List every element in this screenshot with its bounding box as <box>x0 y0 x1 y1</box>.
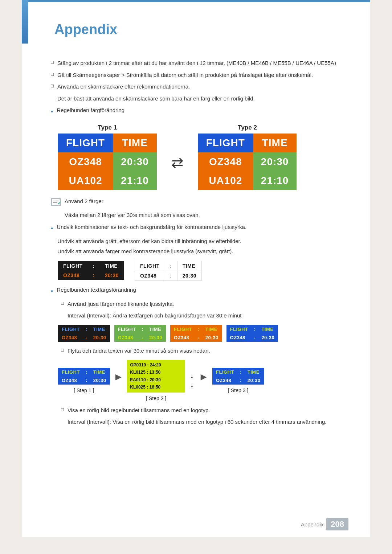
bullet-square-icon <box>51 61 54 64</box>
cv4-r1: FLIGHT : TIME <box>226 325 278 333</box>
type2-flight-header: FLIGHT <box>198 134 253 152</box>
step1-label: [ Step 1 ] <box>74 387 94 393</box>
bullet-item-4: • Regelbunden färgförändring <box>51 106 348 117</box>
step2-line2: KL0125 : 13:50 <box>130 370 160 375</box>
bullet-item-3: Använda en skärmsläckare efter rekommend… <box>51 83 348 91</box>
step1-c2: : <box>83 376 90 385</box>
step1-time: TIME <box>90 368 110 376</box>
type2-row1: FLIGHT TIME <box>198 134 297 152</box>
step1-c1: : <box>83 368 90 376</box>
bullet-square-sub6b <box>61 349 64 352</box>
cv2-2030: 20:30 <box>146 333 166 342</box>
cv1-time: TIME <box>90 325 110 333</box>
types-arrow: ⇄ <box>171 154 184 171</box>
step1-flight: FLIGHT <box>58 368 83 376</box>
bullet-text-1: Stäng av produkten i 2 timmar efter att … <box>57 59 336 67</box>
cv3-oz: OZ348 <box>170 333 196 342</box>
bullet-square-icon-3 <box>51 85 54 87</box>
bullet-text-5-line1: Undvik kombinationer av text- och bakgru… <box>57 223 246 231</box>
down-arrow-1: ↓ <box>190 372 193 380</box>
contrast-block-2: FLIGHT : TIME OZ348 : 20:30 <box>135 261 202 281</box>
step3-c2: : <box>238 376 244 385</box>
step2-down-arrows: ↓ ↓ <box>190 372 193 389</box>
type1-block: Type 1 FLIGHT TIME OZ348 20:30 UA102 21:… <box>58 124 157 190</box>
bullet-item-5: • Undvik kombinationer av text- och bakg… <box>51 223 348 234</box>
bullet-item-6: • Regelbunden textfärgsförändring <box>51 286 348 296</box>
type2-label: Type 2 <box>198 124 297 131</box>
cv2-c1: : <box>139 325 146 333</box>
step2-label: [ Step 2 ] <box>146 395 166 401</box>
bullet-sub-text-3: Det är bäst att använda en skärmsläckare… <box>57 95 348 103</box>
type2-2110: 21:10 <box>253 171 297 190</box>
bullet-dot-icon-5: • <box>51 224 53 234</box>
contrast1-2030: 20:30 <box>100 271 124 280</box>
colorvar-block-2: FLIGHT : TIME OZ348 : 20:30 <box>114 325 166 342</box>
step2-content: OP0310 : 24:20 KL0125 : 13:50 EA0110 : 2… <box>127 360 185 393</box>
type1-label: Type 1 <box>58 124 157 131</box>
cv1-c2: : <box>83 333 90 342</box>
contrast2-2030: 20:30 <box>177 271 201 280</box>
contrast2-time: TIME <box>177 261 201 271</box>
contrast1-row2: OZ348 : 20:30 <box>58 271 124 280</box>
step1-2030: 20:30 <box>90 376 110 385</box>
contrast2-oz348: OZ348 <box>135 271 165 280</box>
cv1-r1: FLIGHT : TIME <box>58 325 110 333</box>
bullet-text-3: Använda en skärmsläckare efter rekommend… <box>57 83 190 91</box>
cv4-time: TIME <box>258 325 278 333</box>
bullet-square-sub7 <box>61 408 64 411</box>
type1-2110: 21:10 <box>113 171 157 190</box>
type1-flight-header: FLIGHT <box>58 134 113 152</box>
bullet-square-sub6a <box>61 302 64 305</box>
step3-label: [ Step 3 ] <box>228 387 248 393</box>
color-var-row: FLIGHT : TIME OZ348 : 20:30 FLIGHT : TIM… <box>58 325 348 342</box>
bullet7-sub: Interval (Intervall): Visa en rörlig bil… <box>68 418 348 426</box>
steps-row: FLIGHT : TIME OZ348 : 20:30 [ Step 1 ] ► <box>58 360 348 401</box>
top-accent-bar <box>22 0 370 2</box>
step1-oz: OZ348 <box>58 376 83 385</box>
type1-row2: OZ348 20:30 <box>58 152 157 171</box>
cv1-flight: FLIGHT <box>58 325 83 333</box>
type1-row1: FLIGHT TIME <box>58 134 157 152</box>
step3-block: FLIGHT : TIME OZ348 : 20:30 [ Step 3 ] <box>212 368 264 393</box>
contrast2-colon2: : <box>165 271 177 280</box>
footer-label: Appendix <box>301 521 324 528</box>
cv1-oz: OZ348 <box>58 333 83 342</box>
bullet-sub-7: Visa en rörlig bild regelbundet tillsamm… <box>61 406 348 415</box>
cv2-flight: FLIGHT <box>114 325 140 333</box>
bullet-text-2: Gå till Skärmeegenskaper > Strömkälla på… <box>57 71 313 79</box>
cv3-r1: FLIGHT : TIME <box>170 325 222 333</box>
step1-r2: OZ348 : 20:30 <box>58 376 110 385</box>
contrast2-flight: FLIGHT <box>135 261 165 271</box>
bullet-dot-icon-6: • <box>51 287 53 296</box>
colorvar-block-4: FLIGHT : TIME OZ348 : 20:30 <box>226 325 278 342</box>
contrast1-time: TIME <box>100 261 124 271</box>
type2-row2: OZ348 20:30 <box>198 152 297 171</box>
step1-block: FLIGHT : TIME OZ348 : 20:30 [ Step 1 ] <box>58 368 110 393</box>
step3-oz: OZ348 <box>212 376 238 385</box>
type2-row3: UA102 21:10 <box>198 171 297 190</box>
cv3-flight: FLIGHT <box>170 325 196 333</box>
contrast-block-1: FLIGHT : TIME OZ348 : 20:30 <box>58 261 124 280</box>
colorvar-block-3: FLIGHT : TIME OZ348 : 20:30 <box>170 325 222 342</box>
bullet-item-2: Gå till Skärmeegenskaper > Strömkälla på… <box>51 71 348 79</box>
type2-table: FLIGHT TIME OZ348 20:30 UA102 21:10 <box>198 134 297 190</box>
type1-table: FLIGHT TIME OZ348 20:30 UA102 21:10 <box>58 134 157 190</box>
note-text: Använd 2 färger <box>65 197 103 206</box>
sub-bullet-6a-sub: Interval (Intervall): Ändra textfärgen o… <box>68 312 348 320</box>
cv4-2030: 20:30 <box>258 333 278 342</box>
type1-row3: UA102 21:10 <box>58 171 157 190</box>
contrast1-flight: FLIGHT <box>58 261 88 271</box>
note-row: Använd 2 färger <box>51 197 348 206</box>
bullet-text-7: Visa en rörlig bild regelbundet tillsamm… <box>68 406 210 415</box>
cv3-2030: 20:30 <box>202 333 222 342</box>
bullet-sub-6a: Använd ljusa färger med liknande ljussty… <box>61 300 348 308</box>
contrast1-row1: FLIGHT : TIME <box>58 261 124 271</box>
main-content: Stäng av produkten i 2 timmar efter att … <box>44 59 348 426</box>
bullet-text-4: Regelbunden färgförändring <box>57 106 124 115</box>
step1-r1: FLIGHT : TIME <box>58 368 110 376</box>
cv2-c2: : <box>139 333 146 342</box>
contrast2-colon1: : <box>165 261 177 271</box>
contrast1-oz348: OZ348 <box>58 271 88 280</box>
cv1-c1: : <box>83 325 90 333</box>
sub-bullet-6b-text: Flytta och ändra texten var 30:e minut s… <box>68 347 210 355</box>
